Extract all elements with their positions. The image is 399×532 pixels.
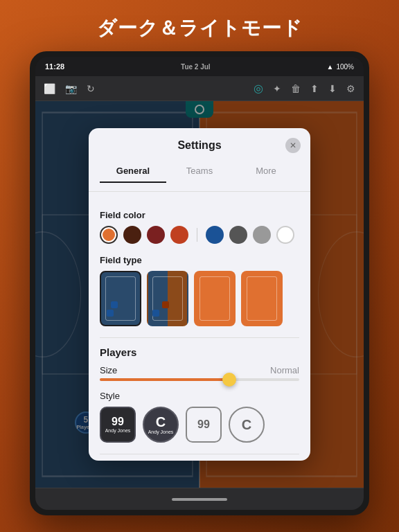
field-type-section: Field type [100,255,299,326]
save-icon[interactable]: ⬇ [328,83,337,94]
modal-close-button[interactable]: ✕ [285,138,301,153]
players-title: Players [100,346,299,358]
field-color-section: Field color [100,210,299,244]
field-color-label: Field color [100,210,299,220]
style-icon-4: C [229,407,265,443]
style-option-1[interactable]: 99 Andy Jones [100,407,136,443]
style-icon-2: C Andy Jones [143,407,179,443]
modal-tabs: General Teams More [89,152,310,183]
modal-header: Settings ✕ [89,128,310,152]
color-dark-red[interactable] [147,226,165,244]
main-content: 5 Player 5 4 Player 4 3 Player 3 Setting… [35,101,364,488]
size-slider[interactable] [100,378,299,381]
tab-more[interactable]: More [233,160,299,183]
style-icon-1: 99 Andy Jones [100,407,136,443]
tab-teams[interactable]: Teams [166,160,233,183]
players-section: Players Size Normal [100,346,299,443]
color-white[interactable] [276,226,294,244]
color-options-row [100,226,299,244]
sparkles-icon[interactable]: ✦ [273,83,281,94]
color-dark-brown[interactable] [123,226,141,244]
slider-fill [100,378,229,381]
refresh-icon[interactable]: ↻ [87,83,95,94]
size-label: Size [100,365,117,375]
tablet-screen: 11:28 Tue 2 Jul ▲ 100% ⬜ 📷 ↻ ◎ ✦ 🗑 ⬆ ⬇ ⚙ [35,57,364,510]
home-indicator [172,498,227,501]
trash-icon[interactable]: 🗑 [291,83,301,94]
center-icon[interactable]: ◎ [254,82,263,95]
field-type-dark[interactable] [100,271,141,326]
style-label: Style [100,391,299,401]
slider-track [100,378,299,381]
style-option-4[interactable]: C [229,407,265,443]
field-type-options [100,271,299,326]
field-type-plain[interactable] [241,271,283,326]
status-right: ▲ 100% [327,63,354,71]
toolbar-right: ✦ 🗑 ⬆ ⬇ ⚙ [273,83,355,94]
battery-icon: 100% [336,63,354,71]
page-title: ダーク＆ライトモード [83,0,317,51]
field-type-orange[interactable] [194,271,236,326]
status-bar: 11:28 Tue 2 Jul ▲ 100% [35,57,364,76]
tab-general[interactable]: General [100,160,166,183]
photo-icon[interactable]: 📷 [65,83,77,94]
size-value: Normal [270,365,299,375]
settings-modal: Settings ✕ General Teams More F [89,128,310,461]
settings-icon[interactable]: ⚙ [346,83,355,94]
color-dark-gray[interactable] [229,226,247,244]
status-time: 11:28 [45,62,64,71]
style-option-3[interactable]: 99 [186,407,222,443]
slider-thumb[interactable] [222,373,236,387]
tablet-device: 11:28 Tue 2 Jul ▲ 100% ⬜ 📷 ↻ ◎ ✦ 🗑 ⬆ ⬇ ⚙ [30,51,369,515]
color-gray[interactable] [253,226,271,244]
field-type-label: Field type [100,255,299,265]
color-red-orange[interactable] [170,226,188,244]
share-icon[interactable]: ⬆ [310,83,319,94]
status-date: Tue 2 Jul [181,63,211,71]
toolbar: ⬜ 📷 ↻ ◎ ✦ 🗑 ⬆ ⬇ ⚙ [35,76,364,101]
wifi-icon: ▲ [327,63,334,71]
modal-overlay[interactable]: Settings ✕ General Teams More F [35,101,364,488]
color-blue[interactable] [206,226,224,244]
size-row: Size Normal [100,365,299,375]
style-option-2[interactable]: C Andy Jones [143,407,179,443]
bottom-bar [35,488,364,510]
style-options-row: 99 Andy Jones C Andy Jones [100,407,299,443]
modal-body: Field color [89,200,310,461]
color-orange[interactable] [100,226,118,244]
style-icon-3: 99 [186,407,222,443]
field-type-split[interactable] [147,271,188,326]
modal-title: Settings [100,139,299,152]
document-icon[interactable]: ⬜ [44,83,55,94]
